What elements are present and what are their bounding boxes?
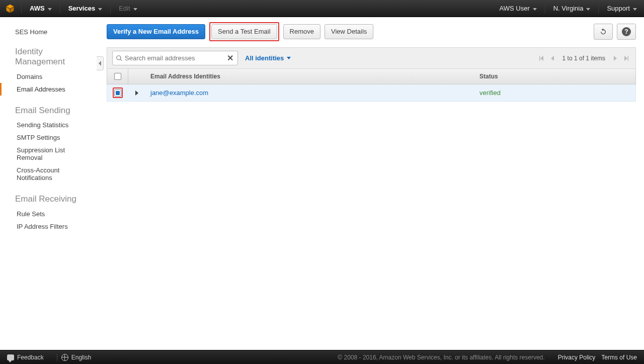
- pager-next-button[interactable]: [611, 54, 619, 62]
- caret-down-icon: [633, 8, 637, 11]
- send-test-email-button[interactable]: Send a Test Email: [211, 24, 277, 39]
- user-label: AWS User: [500, 5, 530, 12]
- sidebar-collapse-handle[interactable]: [97, 56, 104, 70]
- privacy-link[interactable]: Privacy Policy: [558, 354, 596, 361]
- col-header-email[interactable]: Email Address Identities: [145, 73, 474, 80]
- search-input[interactable]: [125, 54, 226, 62]
- sidebar-item-cross-account[interactable]: Cross-Account Notifications: [0, 164, 97, 184]
- region-label: N. Virginia: [553, 5, 584, 12]
- sidebar: SES Home Identity Management Domains Ema…: [0, 17, 97, 350]
- col-header-status[interactable]: Status: [474, 73, 635, 80]
- help-icon: ?: [622, 27, 631, 36]
- feedback-icon: [7, 354, 14, 360]
- globe-icon: [61, 354, 68, 361]
- remove-button[interactable]: Remove: [283, 24, 320, 39]
- edit-menu[interactable]: Edit: [116, 5, 140, 12]
- action-toolbar: Verify a New Email Address Send a Test E…: [107, 22, 636, 41]
- footer: Feedback English © 2008 - 2016, Amazon W…: [0, 350, 644, 364]
- region-menu[interactable]: N. Virginia: [550, 5, 594, 12]
- sidebar-home[interactable]: SES Home: [0, 25, 97, 43]
- highlight-send-test: Send a Test Email: [209, 22, 279, 41]
- top-navbar: AWS Services Edit AWS User N. Virginia S…: [0, 0, 644, 17]
- sidebar-item-sending-stats[interactable]: Sending Statistics: [0, 119, 97, 131]
- sidebar-section-sending: Email Sending: [0, 102, 97, 119]
- user-menu[interactable]: AWS User: [497, 5, 540, 12]
- main-content: Verify a New Email Address Send a Test E…: [97, 17, 644, 350]
- caret-down-icon: [287, 57, 291, 59]
- caret-down-icon: [98, 8, 102, 11]
- sidebar-section-receiving: Email Receiving: [0, 190, 97, 207]
- identity-filter-dropdown[interactable]: All identities: [245, 54, 291, 62]
- table-row[interactable]: jane@example.com verified: [107, 84, 636, 102]
- support-label: Support: [607, 5, 630, 12]
- highlight-row-checkbox: [113, 87, 123, 98]
- terms-link[interactable]: Terms of Use: [601, 354, 637, 361]
- filter-bar: ✕ All identities 1 to 1 of 1 items: [107, 47, 636, 68]
- sidebar-item-smtp[interactable]: SMTP Settings: [0, 131, 97, 144]
- pager-last-button[interactable]: [622, 54, 630, 62]
- support-menu[interactable]: Support: [604, 5, 640, 12]
- caret-down-icon: [48, 8, 52, 11]
- caret-down-icon: [586, 8, 590, 11]
- sidebar-item-email-addresses[interactable]: Email Addresses: [0, 83, 97, 96]
- pager-first-button[interactable]: [537, 54, 545, 62]
- caret-down-icon: [533, 8, 537, 11]
- verify-email-button[interactable]: Verify a New Email Address: [107, 24, 205, 39]
- services-label: Services: [68, 5, 96, 12]
- feedback-label: Feedback: [17, 354, 44, 361]
- clear-search-button[interactable]: ✕: [226, 53, 234, 63]
- aws-logo-icon[interactable]: [4, 3, 16, 15]
- feedback-button[interactable]: Feedback: [7, 354, 44, 361]
- search-icon: [116, 55, 123, 62]
- sidebar-item-ip-filters[interactable]: IP Address Filters: [0, 220, 97, 233]
- copyright: © 2008 - 2016, Amazon Web Services, Inc.…: [338, 354, 544, 361]
- refresh-button[interactable]: [594, 24, 613, 40]
- caret-down-icon: [133, 8, 137, 11]
- pager-prev-button[interactable]: [548, 54, 556, 62]
- status-cell: verified: [479, 89, 501, 97]
- sidebar-section-identity: Identity Management: [0, 43, 97, 70]
- services-menu[interactable]: Services: [65, 5, 106, 12]
- brand-menu[interactable]: AWS: [27, 5, 55, 12]
- view-details-button[interactable]: View Details: [325, 24, 373, 39]
- select-all-checkbox[interactable]: [114, 73, 121, 80]
- pager: 1 to 1 of 1 items: [537, 54, 630, 62]
- sidebar-item-domains[interactable]: Domains: [0, 70, 97, 83]
- row-checkbox[interactable]: [114, 89, 121, 97]
- brand-label: AWS: [30, 5, 45, 12]
- help-button[interactable]: ?: [617, 24, 636, 40]
- chevron-left-icon: [99, 61, 101, 66]
- sidebar-item-suppression[interactable]: Suppression List Removal: [0, 144, 97, 164]
- email-cell[interactable]: jane@example.com: [150, 89, 208, 97]
- edit-label: Edit: [119, 5, 130, 12]
- language-label: English: [71, 354, 91, 361]
- refresh-icon: [599, 28, 607, 36]
- sidebar-item-rule-sets[interactable]: Rule Sets: [0, 208, 97, 220]
- search-box[interactable]: ✕: [112, 51, 238, 65]
- expand-row-icon[interactable]: [135, 90, 138, 96]
- identity-filter-label: All identities: [245, 54, 284, 62]
- table-header: Email Address Identities Status: [107, 68, 636, 84]
- language-selector[interactable]: English: [61, 354, 91, 361]
- pager-count: 1 to 1 of 1 items: [562, 55, 605, 62]
